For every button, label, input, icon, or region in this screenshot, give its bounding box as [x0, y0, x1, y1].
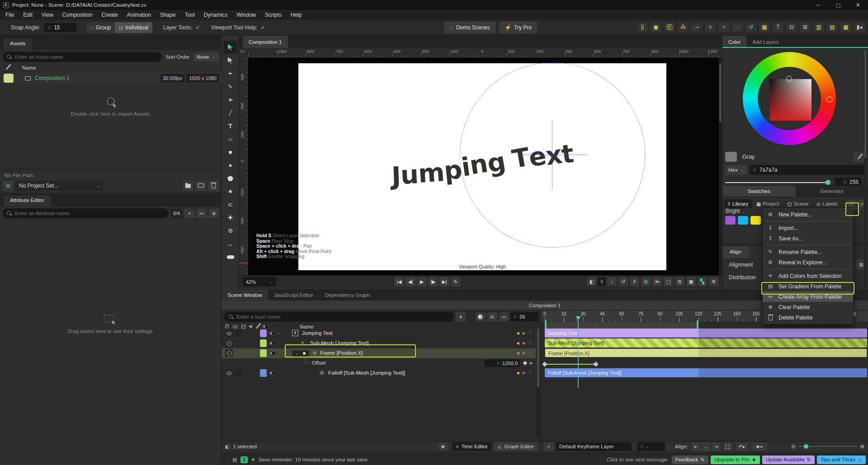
- viewport-canvas-zone[interactable]: Jumping Text Viewport Quality: High Hold…: [248, 58, 719, 275]
- palette-swatch-2[interactable]: [750, 216, 761, 225]
- keyframe-diamond[interactable]: [542, 362, 547, 366]
- new-composition-button[interactable]: [195, 181, 206, 191]
- menu-item-delete[interactable]: Delete Palette: [763, 312, 853, 323]
- step-back-button[interactable]: ◀|: [406, 277, 415, 287]
- alpha-slider-knob[interactable]: [826, 180, 830, 185]
- prev-keyframe-icon[interactable]: ◀: [516, 341, 519, 345]
- menu-view[interactable]: View: [37, 10, 58, 20]
- keyframe-diamond-icon[interactable]: [523, 361, 528, 366]
- tab-generator[interactable]: Generator: [796, 186, 868, 197]
- color-mode-select[interactable]: Hex ⌄: [725, 165, 747, 175]
- demo-scenes-button[interactable]: ∷ Demo Scenes: [444, 22, 495, 33]
- next-message-hint[interactable]: Click to see next message: [607, 457, 667, 462]
- timeline-zoom-knob[interactable]: [804, 444, 808, 449]
- try-pro-button[interactable]: ⚡ Try Pro: [499, 22, 537, 33]
- tab-color[interactable]: Color: [722, 36, 746, 48]
- dock-button[interactable]: ▣: [439, 442, 448, 451]
- project-set-icon[interactable]: ▤: [3, 181, 14, 191]
- tool-rectangle[interactable]: ■: [222, 146, 239, 159]
- snap-angle-field[interactable]: # 15: [44, 23, 76, 32]
- minimize-button[interactable]: ─: [808, 2, 828, 8]
- asset-name[interactable]: Composition 1: [35, 75, 70, 81]
- layer-list-scrollbar[interactable]: [537, 329, 540, 437]
- work-area-bar[interactable]: [545, 322, 698, 329]
- layer-tools-check-icon[interactable]: ✓: [196, 24, 200, 31]
- menu-edit[interactable]: Edit: [19, 10, 37, 20]
- menu-item-set-gradient[interactable]: ▤Set Gradient From Palette: [763, 281, 853, 291]
- tool-pencil[interactable]: ✎: [222, 80, 239, 93]
- tool-direct-select[interactable]: [222, 54, 239, 67]
- hex-field[interactable]: # 7a7a7a: [750, 165, 866, 175]
- layer-row-2[interactable]: ✓⌄ψFrame [Position.X]◀▶○: [222, 348, 536, 358]
- open-folder-button[interactable]: [183, 181, 193, 191]
- falloff-circle-handle[interactable]: [460, 62, 645, 248]
- falloff-center-handle[interactable]: [519, 155, 586, 155]
- delete-asset-button[interactable]: [208, 181, 219, 191]
- render-queue-button[interactable]: ▣: [686, 277, 696, 286]
- prev-keyframe-icon[interactable]: ◀: [516, 331, 519, 335]
- palette-swatch-0[interactable]: [725, 216, 736, 225]
- toolbar-icon-filmstrip[interactable]: ▦: [759, 22, 770, 33]
- clear-search-button[interactable]: ⊗: [209, 209, 219, 218]
- layout-button[interactable]: ⊞: [641, 277, 651, 286]
- asset-search-input[interactable]: [3, 52, 162, 62]
- toolbar-icon-camera[interactable]: ▮◂: [854, 22, 865, 33]
- next-keyframe-icon[interactable]: ▶: [523, 331, 526, 335]
- time-editor-button[interactable]: ≡ Time Editor: [452, 442, 492, 451]
- toolbar-icon-cube[interactable]: ▣: [650, 22, 662, 33]
- sv-selector-handle[interactable]: [786, 76, 792, 82]
- tips-and-tricks-button[interactable]: Tips and Tricks☼: [817, 456, 866, 464]
- toolbar-icon-align-bars[interactable]: ≡: [704, 22, 716, 33]
- chevron-down-icon[interactable]: ⌄: [286, 340, 290, 345]
- timeline-bar-1[interactable]: Sub-Mesh [Jumping Text]: [545, 338, 867, 348]
- viewport-help-check-icon[interactable]: ✓: [261, 24, 265, 31]
- layer-color-swatch[interactable]: [260, 339, 267, 347]
- graph-editor-button[interactable]: ∠ Graph Editor: [494, 442, 538, 451]
- menu-window[interactable]: Window: [232, 10, 260, 20]
- next-keyframe-icon[interactable]: ▶: [523, 341, 526, 345]
- toolbar-icon-scatter[interactable]: ⁂: [677, 22, 689, 33]
- tool-arc[interactable]: ⊂: [222, 198, 239, 211]
- keyframe-circle-icon[interactable]: ○: [529, 350, 531, 355]
- filter-project[interactable]: ▤Project: [753, 199, 783, 208]
- tool-gear[interactable]: ⚙: [222, 224, 239, 237]
- keyframe-layer-select[interactable]: Default Keyframe Layer: [556, 442, 632, 451]
- timeline-frame-field[interactable]: F -: [637, 442, 665, 451]
- playhead-line[interactable]: [578, 319, 579, 388]
- tab-viewport-composition[interactable]: Composition 1: [243, 36, 288, 48]
- timeline-bar-0[interactable]: Jumping Text: [545, 329, 867, 338]
- timeline-bar-3[interactable]: Falloff [Sub-Mesh [Jumping Text]]: [545, 368, 867, 377]
- duplicate-button[interactable]: ⧉: [675, 277, 684, 286]
- more-button[interactable]: ≫: [652, 277, 662, 286]
- menu-item-rename[interactable]: ✎Rename Palette...: [763, 247, 853, 257]
- play-button[interactable]: ▶: [417, 277, 427, 287]
- toolbar-icon-pin-cross[interactable]: +: [718, 22, 730, 33]
- toggle-well[interactable]: [225, 329, 233, 337]
- keyframe-layer-icon[interactable]: ≡: [544, 442, 554, 451]
- toolbar-icon-columns-layout[interactable]: ▥: [813, 22, 825, 33]
- toggle-well[interactable]: ✓: [225, 349, 233, 357]
- menu-item-add-colors[interactable]: ✛Add Colors from Selection: [763, 271, 853, 281]
- timeline-bar-2[interactable]: Frame [Position.X]: [545, 348, 867, 357]
- distribution-row[interactable]: Distribution: [729, 274, 756, 281]
- layer-toggle[interactable]: [269, 351, 276, 355]
- layer-color-swatch[interactable]: [260, 369, 267, 377]
- zoom-select[interactable]: 42% ⌄: [243, 277, 276, 287]
- toggle-well[interactable]: [225, 369, 233, 377]
- prev-keyframe-icon[interactable]: ◀: [516, 371, 519, 375]
- step-forward-button[interactable]: |▶: [428, 277, 438, 287]
- menu-dynamics[interactable]: Dynamics: [199, 10, 232, 20]
- menu-tool[interactable]: Tool: [180, 10, 199, 20]
- tool-transform-box[interactable]: ▱: [222, 132, 239, 146]
- tool-text[interactable]: T: [222, 119, 239, 132]
- toggle-well[interactable]: [234, 329, 242, 337]
- message-count-badge[interactable]: 2: [241, 456, 248, 463]
- tab-dependency-graph[interactable]: Dependency Graph: [319, 290, 376, 301]
- toolbar-icon-workspace-b[interactable]: ⊞: [799, 22, 811, 33]
- falloff-center-handle[interactable]: [552, 121, 552, 189]
- toolbar-icon-rotate-arc[interactable]: ↺: [745, 22, 757, 33]
- layer-row-3[interactable]: Offset#-1200.0▶: [222, 358, 536, 368]
- maximize-button[interactable]: ▢: [828, 2, 848, 8]
- tool-capsule[interactable]: [222, 250, 239, 263]
- keyframe-circle-icon[interactable]: ○: [529, 340, 531, 345]
